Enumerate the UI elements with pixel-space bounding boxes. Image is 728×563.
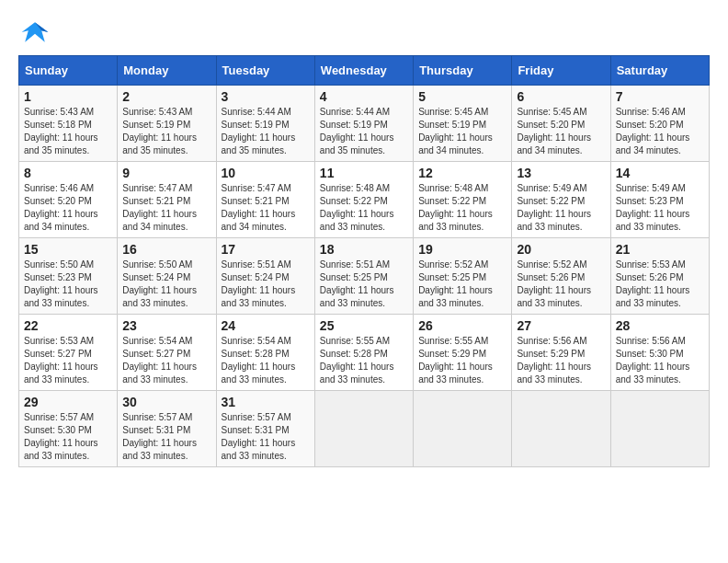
day-number: 3 xyxy=(222,89,310,104)
header-cell-thursday: Thursday xyxy=(414,56,512,86)
day-number: 11 xyxy=(320,166,408,180)
day-info: Sunrise: 5:55 AMSunset: 5:28 PMDaylight:… xyxy=(320,335,408,386)
day-cell-5: 5Sunrise: 5:45 AMSunset: 5:19 PMDaylight… xyxy=(414,86,512,162)
header xyxy=(18,18,710,46)
day-info: Sunrise: 5:49 AMSunset: 5:22 PMDaylight:… xyxy=(517,182,605,234)
day-info: Sunrise: 5:50 AMSunset: 5:23 PMDaylight:… xyxy=(24,259,112,310)
day-cell-2: 2Sunrise: 5:43 AMSunset: 5:19 PMDaylight… xyxy=(118,86,216,162)
day-info: Sunrise: 5:47 AMSunset: 5:21 PMDaylight:… xyxy=(122,182,210,234)
day-info: Sunrise: 5:48 AMSunset: 5:22 PMDaylight:… xyxy=(320,182,408,234)
day-cell-10: 10Sunrise: 5:47 AMSunset: 5:21 PMDayligh… xyxy=(216,162,314,238)
day-number: 23 xyxy=(122,318,210,333)
day-number: 19 xyxy=(418,242,506,257)
day-cell-21: 21Sunrise: 5:53 AMSunset: 5:26 PMDayligh… xyxy=(610,238,709,315)
day-cell-30: 30Sunrise: 5:57 AMSunset: 5:31 PMDayligh… xyxy=(118,391,216,467)
day-info: Sunrise: 5:56 AMSunset: 5:29 PMDaylight:… xyxy=(517,335,605,386)
day-cell-14: 14Sunrise: 5:49 AMSunset: 5:23 PMDayligh… xyxy=(610,162,709,238)
day-info: Sunrise: 5:51 AMSunset: 5:25 PMDaylight:… xyxy=(320,259,408,310)
day-info: Sunrise: 5:48 AMSunset: 5:22 PMDaylight:… xyxy=(418,182,506,234)
day-cell-25: 25Sunrise: 5:55 AMSunset: 5:28 PMDayligh… xyxy=(314,315,413,391)
header-cell-friday: Friday xyxy=(512,56,610,86)
week-row-3: 15Sunrise: 5:50 AMSunset: 5:23 PMDayligh… xyxy=(19,238,710,315)
day-cell-26: 26Sunrise: 5:55 AMSunset: 5:29 PMDayligh… xyxy=(414,315,512,391)
day-number: 16 xyxy=(122,242,210,257)
day-info: Sunrise: 5:55 AMSunset: 5:29 PMDaylight:… xyxy=(418,335,506,386)
day-number: 31 xyxy=(222,395,310,409)
empty-cell xyxy=(414,391,512,467)
day-cell-22: 22Sunrise: 5:53 AMSunset: 5:27 PMDayligh… xyxy=(19,315,118,391)
day-cell-12: 12Sunrise: 5:48 AMSunset: 5:22 PMDayligh… xyxy=(414,162,512,238)
header-cell-sunday: Sunday xyxy=(19,56,118,86)
day-cell-11: 11Sunrise: 5:48 AMSunset: 5:22 PMDayligh… xyxy=(314,162,413,238)
day-number: 28 xyxy=(616,318,704,333)
day-info: Sunrise: 5:47 AMSunset: 5:21 PMDaylight:… xyxy=(222,182,310,234)
day-info: Sunrise: 5:49 AMSunset: 5:23 PMDaylight:… xyxy=(616,182,704,234)
day-cell-28: 28Sunrise: 5:56 AMSunset: 5:30 PMDayligh… xyxy=(610,315,709,391)
empty-cell xyxy=(512,391,610,467)
day-number: 7 xyxy=(616,89,704,104)
day-cell-8: 8Sunrise: 5:46 AMSunset: 5:20 PMDaylight… xyxy=(19,162,118,238)
day-info: Sunrise: 5:57 AMSunset: 5:31 PMDaylight:… xyxy=(222,411,310,463)
day-info: Sunrise: 5:44 AMSunset: 5:19 PMDaylight:… xyxy=(320,106,408,157)
day-info: Sunrise: 5:50 AMSunset: 5:24 PMDaylight:… xyxy=(122,259,210,310)
header-cell-monday: Monday xyxy=(118,56,216,86)
day-number: 15 xyxy=(24,242,112,257)
header-cell-wednesday: Wednesday xyxy=(314,56,413,86)
day-number: 30 xyxy=(122,395,210,409)
day-cell-7: 7Sunrise: 5:46 AMSunset: 5:20 PMDaylight… xyxy=(610,86,709,162)
day-number: 2 xyxy=(122,89,210,104)
day-info: Sunrise: 5:46 AMSunset: 5:20 PMDaylight:… xyxy=(616,106,704,157)
day-number: 10 xyxy=(222,166,310,180)
day-cell-9: 9Sunrise: 5:47 AMSunset: 5:21 PMDaylight… xyxy=(118,162,216,238)
day-number: 18 xyxy=(320,242,408,257)
day-number: 6 xyxy=(517,89,605,104)
day-info: Sunrise: 5:56 AMSunset: 5:30 PMDaylight:… xyxy=(616,335,704,386)
day-number: 13 xyxy=(517,166,605,180)
day-number: 17 xyxy=(222,242,310,257)
day-number: 26 xyxy=(418,318,506,333)
day-number: 21 xyxy=(616,242,704,257)
day-cell-24: 24Sunrise: 5:54 AMSunset: 5:28 PMDayligh… xyxy=(216,315,314,391)
day-info: Sunrise: 5:52 AMSunset: 5:26 PMDaylight:… xyxy=(517,259,605,310)
day-cell-20: 20Sunrise: 5:52 AMSunset: 5:26 PMDayligh… xyxy=(512,238,610,315)
empty-cell xyxy=(314,391,413,467)
empty-cell xyxy=(610,391,709,467)
day-cell-4: 4Sunrise: 5:44 AMSunset: 5:19 PMDaylight… xyxy=(314,86,413,162)
day-cell-6: 6Sunrise: 5:45 AMSunset: 5:20 PMDaylight… xyxy=(512,86,610,162)
day-info: Sunrise: 5:51 AMSunset: 5:24 PMDaylight:… xyxy=(222,259,310,310)
week-row-1: 1Sunrise: 5:43 AMSunset: 5:18 PMDaylight… xyxy=(19,86,710,162)
day-number: 1 xyxy=(24,89,112,104)
day-cell-17: 17Sunrise: 5:51 AMSunset: 5:24 PMDayligh… xyxy=(216,238,314,315)
day-info: Sunrise: 5:44 AMSunset: 5:19 PMDaylight:… xyxy=(222,106,310,157)
week-row-4: 22Sunrise: 5:53 AMSunset: 5:27 PMDayligh… xyxy=(19,315,710,391)
day-cell-16: 16Sunrise: 5:50 AMSunset: 5:24 PMDayligh… xyxy=(118,238,216,315)
calendar-table: SundayMondayTuesdayWednesdayThursdayFrid… xyxy=(18,55,710,467)
day-number: 22 xyxy=(24,318,112,333)
day-cell-18: 18Sunrise: 5:51 AMSunset: 5:25 PMDayligh… xyxy=(314,238,413,315)
day-number: 12 xyxy=(418,166,506,180)
day-info: Sunrise: 5:46 AMSunset: 5:20 PMDaylight:… xyxy=(24,182,112,234)
day-number: 4 xyxy=(320,89,408,104)
header-cell-tuesday: Tuesday xyxy=(216,56,314,86)
day-cell-29: 29Sunrise: 5:57 AMSunset: 5:30 PMDayligh… xyxy=(19,391,118,467)
header-row: SundayMondayTuesdayWednesdayThursdayFrid… xyxy=(19,56,710,86)
day-cell-3: 3Sunrise: 5:44 AMSunset: 5:19 PMDaylight… xyxy=(216,86,314,162)
day-number: 20 xyxy=(517,242,605,257)
day-number: 14 xyxy=(616,166,704,180)
day-number: 25 xyxy=(320,318,408,333)
day-cell-1: 1Sunrise: 5:43 AMSunset: 5:18 PMDaylight… xyxy=(19,86,118,162)
day-info: Sunrise: 5:45 AMSunset: 5:20 PMDaylight:… xyxy=(517,106,605,157)
week-row-2: 8Sunrise: 5:46 AMSunset: 5:20 PMDaylight… xyxy=(19,162,710,238)
day-info: Sunrise: 5:43 AMSunset: 5:18 PMDaylight:… xyxy=(24,106,112,157)
day-number: 5 xyxy=(418,89,506,104)
logo-icon xyxy=(18,18,51,46)
header-cell-saturday: Saturday xyxy=(610,56,709,86)
day-info: Sunrise: 5:54 AMSunset: 5:28 PMDaylight:… xyxy=(222,335,310,386)
day-info: Sunrise: 5:43 AMSunset: 5:19 PMDaylight:… xyxy=(122,106,210,157)
day-cell-15: 15Sunrise: 5:50 AMSunset: 5:23 PMDayligh… xyxy=(19,238,118,315)
day-number: 9 xyxy=(122,166,210,180)
day-cell-19: 19Sunrise: 5:52 AMSunset: 5:25 PMDayligh… xyxy=(414,238,512,315)
day-number: 8 xyxy=(24,166,112,180)
day-number: 29 xyxy=(24,395,112,409)
logo xyxy=(18,18,57,46)
